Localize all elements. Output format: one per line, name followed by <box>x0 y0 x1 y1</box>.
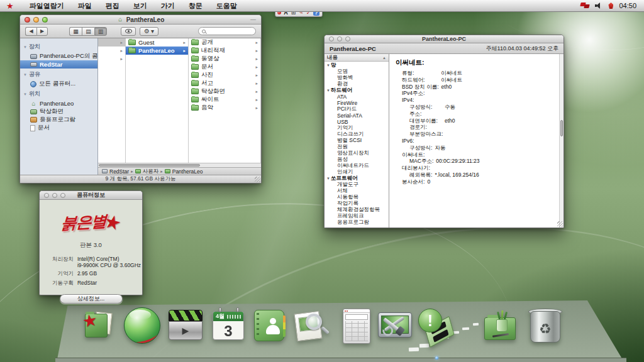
profiler-titlebar[interactable]: PantheraLeo-PC <box>325 35 564 43</box>
tree-item[interactable]: 응용프로그람 <box>325 219 389 226</box>
tree-item[interactable]: PCI카드 <box>325 106 389 112</box>
dock-item-stationery[interactable] <box>482 307 518 344</box>
quick-look-button[interactable] <box>121 27 136 36</box>
zoom-button[interactable] <box>60 193 65 198</box>
disclosure-triangle[interactable]: ▼ <box>326 89 331 92</box>
tree-item[interactable]: 영상표시장치 <box>325 150 389 156</box>
minimize-button[interactable] <box>52 193 57 198</box>
folder-icon <box>128 40 136 45</box>
close-button[interactable] <box>329 36 334 41</box>
scrollbar-thumb[interactable] <box>99 164 200 167</box>
disclosure-triangle[interactable]: ▼ <box>23 45 27 49</box>
tree-item[interactable]: USB <box>325 119 389 125</box>
dock-item-media-player[interactable]: ▶ <box>167 307 204 344</box>
menu-item-2[interactable]: 파일 <box>71 0 99 12</box>
tree-item[interactable]: Serial-ATA <box>325 112 389 119</box>
search-field[interactable] <box>198 27 256 35</box>
folder-row[interactable]: 공개▸ <box>189 38 260 47</box>
tree-item[interactable]: 모뎀 <box>325 69 389 75</box>
item-label: 서고 <box>201 79 213 87</box>
tree-header[interactable]: 내용 ▲ <box>325 54 389 62</box>
dock-item-web-browser[interactable] <box>124 307 160 344</box>
vertical-scrollbar[interactable] <box>559 54 564 228</box>
scrollbar-thumb[interactable] <box>560 120 563 136</box>
icon-view-button[interactable]: ▦ <box>69 27 82 36</box>
dock-item-problem-report[interactable]: ! <box>418 307 455 344</box>
close-button[interactable] <box>44 193 49 198</box>
menu-item-7[interactable]: 도움말 <box>209 0 244 12</box>
detail-row: 부분망마스크: <box>396 131 557 138</box>
dock-item-calculator[interactable] <box>338 307 375 344</box>
kp-flags-icon[interactable] <box>580 3 589 9</box>
menu-item-1[interactable]: 파일열람기 <box>23 0 71 12</box>
fm-titlebar[interactable]: ⌂ PantheraLeo — <box>20 15 261 25</box>
column-view-button[interactable]: ▥ <box>94 27 107 36</box>
folder-row[interactable]: 음악▸ <box>189 104 260 112</box>
root-row[interactable]: ▸ <box>98 38 125 47</box>
dock-item-calendar[interactable]: 4월 3 <box>211 307 248 344</box>
path-segment[interactable]: 사용자 <box>143 168 159 175</box>
dock-item-preview[interactable] <box>292 307 328 344</box>
folder-row[interactable]: 문서▸ <box>189 63 260 71</box>
detail-row: 류형:이써네트 <box>396 70 557 77</box>
folder-row[interactable]: 싸이트▸ <box>189 96 260 104</box>
menu-item-3[interactable]: 편집 <box>99 0 126 12</box>
resize-grip[interactable] <box>255 177 260 182</box>
minimize-button[interactable] <box>337 36 342 41</box>
tree-item[interactable]: 개발도구 <box>325 182 389 188</box>
tree-item[interactable]: 병렬 SCSI <box>325 138 389 144</box>
redstar-menu-icon[interactable]: ★ <box>6 0 14 12</box>
user-row[interactable]: Guest▸ <box>126 38 188 47</box>
menu-item-4[interactable]: 보기 <box>126 0 154 12</box>
folder-row[interactable]: 동영상▸ <box>189 55 260 63</box>
sidebar-item[interactable]: 문서 <box>20 124 97 132</box>
path-segment[interactable]: PantheraLeo <box>172 168 203 175</box>
folder-row[interactable]: 내리적재▸ <box>189 47 260 55</box>
tree-group[interactable]: ▼하드웨어 <box>325 87 389 94</box>
minimize-button[interactable] <box>33 17 39 23</box>
sidebar-item[interactable]: 응용프로그람 <box>20 116 97 124</box>
disclosure-triangle[interactable]: ▼ <box>326 177 331 180</box>
back-button[interactable]: ◀ <box>25 27 36 36</box>
tree-item[interactable]: 방화벽 <box>325 75 389 81</box>
sidebar-item[interactable]: RedStar <box>20 60 97 69</box>
sidebar-item[interactable]: 탁상화면 <box>20 107 97 116</box>
disclosure-triangle[interactable]: ▼ <box>326 63 331 67</box>
list-view-button[interactable]: ▤ <box>82 27 94 36</box>
dock-item-file-manager[interactable]: ★ <box>81 307 118 344</box>
dock-item-address-book[interactable] <box>252 307 288 344</box>
folder-row[interactable]: 서고▸ <box>189 79 260 87</box>
tree-group[interactable]: ▼망 <box>325 62 389 69</box>
menu-clock[interactable]: 04:50 <box>619 2 636 9</box>
zoom-button[interactable] <box>345 36 350 41</box>
root-row[interactable]: ▸ <box>98 47 125 55</box>
resize-grip[interactable] <box>557 221 563 227</box>
tree-item[interactable]: ATA <box>325 94 389 100</box>
menu-item-6[interactable]: 창문 <box>182 0 209 12</box>
sidebar-item[interactable]: PantheraLeo-PC의 콤퓨터 <box>20 52 97 60</box>
dock-item-system-tools[interactable] <box>377 307 413 344</box>
sidebar-item[interactable]: ⌂PantheraLeo <box>20 99 97 107</box>
horizontal-scrollbar[interactable] <box>98 163 261 167</box>
window-shade-icon[interactable]: — <box>250 16 256 23</box>
disclosure-triangle[interactable]: ▼ <box>23 73 27 77</box>
sidebar-item[interactable]: 모든 콤퓨터... <box>20 80 97 88</box>
forward-button[interactable]: ▶ <box>36 27 48 36</box>
more-info-button[interactable]: 상세정보... <box>60 294 123 304</box>
about-titlebar[interactable]: 콤퓨터정보 <box>40 191 142 200</box>
disclosure-triangle[interactable]: ▼ <box>23 92 27 96</box>
path-segment[interactable]: RedStar <box>109 168 129 175</box>
menu-item-5[interactable]: 가기 <box>154 0 182 12</box>
search-input[interactable] <box>208 28 252 35</box>
dock-item-trash[interactable]: ♻ <box>527 307 564 344</box>
volume-icon[interactable] <box>595 3 602 9</box>
folder-row[interactable]: 탁상화면▸ <box>189 87 260 96</box>
tree-item[interactable]: 이써네트카드 <box>325 163 389 169</box>
action-menu-button[interactable]: ⚙ ▾ <box>140 27 158 36</box>
root-row[interactable]: ▸ <box>98 55 125 63</box>
updater-icon[interactable] <box>608 3 613 9</box>
zoom-button[interactable] <box>42 17 48 23</box>
user-row[interactable]: PantheraLeo▸ <box>126 47 188 55</box>
folder-row[interactable]: 사진▸ <box>189 71 260 79</box>
close-button[interactable] <box>25 17 30 23</box>
